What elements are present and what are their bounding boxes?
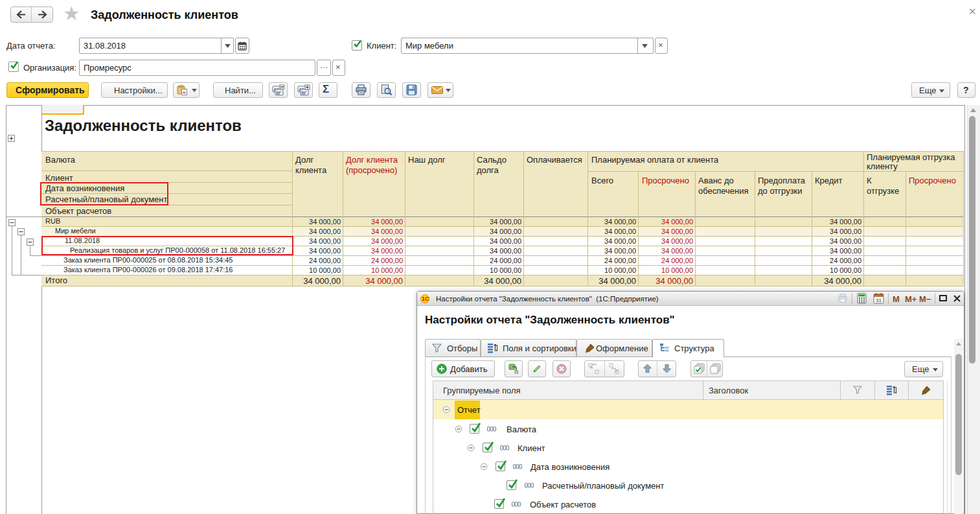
svg-text:ВГ: ВГ [276, 91, 282, 95]
svg-text:ВГ: ВГ [301, 91, 307, 95]
svg-text:31: 31 [876, 298, 882, 303]
